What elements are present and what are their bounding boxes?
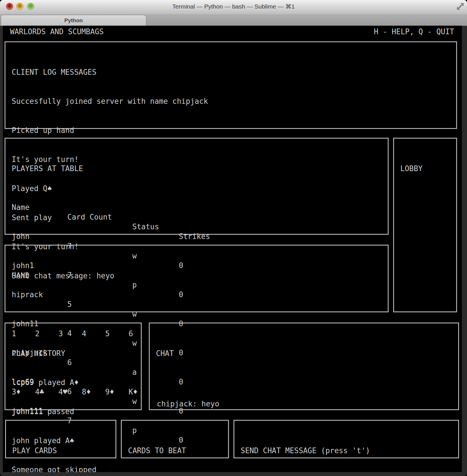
spacer xyxy=(12,300,385,309)
chat-title: CHAT xyxy=(156,349,455,358)
player-name: john xyxy=(12,232,30,241)
client-log-title: CLIENT LOG MESSAGES xyxy=(12,67,453,77)
cards-to-beat-title: CARDS TO BEAT xyxy=(128,446,225,455)
window-title: Terminal — Python — bash — Sublime — ⌘1 xyxy=(0,3,467,10)
tab-label: Python xyxy=(64,17,83,24)
chat-message: chipjack: heyo xyxy=(157,399,219,409)
terminal-window: Terminal — Python — bash — Sublime — ⌘1 … xyxy=(0,0,467,476)
game-title: WARLORDS AND SCUMBAGS xyxy=(10,27,104,37)
col-header-name: Name xyxy=(12,202,30,212)
log-line: Picked up hand xyxy=(12,125,453,135)
title-bar[interactable]: Terminal — Python — bash — Sublime — ⌘1 xyxy=(0,0,467,15)
history-line: lcp69 played A♦ xyxy=(12,378,138,387)
play-cards-title: PLAY CARDS xyxy=(12,446,113,455)
col-header-card-count: Card Count xyxy=(67,212,112,222)
chat-box: CHAT chipjack: heyo xyxy=(149,323,459,410)
hand-box: HAND 1 2 3 4 5 6 3♦ 4♣ 4♥ 8♦ 9♦ K♦ xyxy=(5,245,389,312)
players-header-row: Name Card Count Status Strikes xyxy=(12,193,385,202)
tab-bar: Python xyxy=(0,14,467,26)
log-line: Succesfully joined server with name chip… xyxy=(12,96,453,106)
send-chat-box[interactable]: SEND CHAT MESSAGE (press 't') xyxy=(234,420,459,458)
tab-python[interactable]: Python xyxy=(1,15,146,26)
send-chat-title: SEND CHAT MESSAGE (press 't') xyxy=(241,446,455,455)
fullscreen-icon[interactable] xyxy=(456,2,464,11)
play-history-title: PLAY HISTORY xyxy=(12,349,138,358)
play-cards-box: PLAY CARDS xyxy=(5,420,116,458)
hand-title: HAND xyxy=(12,271,385,280)
cards-to-beat-box: CARDS TO BEAT Q♣ xyxy=(121,420,229,458)
lobby-title: LOBBY xyxy=(400,164,453,173)
col-header-strikes: Strikes xyxy=(179,232,210,241)
players-box: PLAYERS AT TABLE Name Card Count Status … xyxy=(5,138,389,235)
lobby-box: LOBBY xyxy=(393,138,457,312)
history-line: john111 passed xyxy=(12,407,138,416)
help-quit-shortcuts: H - HELP, Q - QUIT xyxy=(374,27,454,37)
play-history-box: PLAY HISTORY lcp69 played A♦ john111 pas… xyxy=(5,323,142,410)
terminal-screen[interactable]: WARLORDS AND SCUMBAGS H - HELP, Q - QUIT… xyxy=(3,26,462,472)
players-title: PLAYERS AT TABLE xyxy=(12,164,385,173)
client-log-box: CLIENT LOG MESSAGES Succesfully joined s… xyxy=(5,41,457,129)
player-row: john 7 w 0 xyxy=(12,222,385,232)
